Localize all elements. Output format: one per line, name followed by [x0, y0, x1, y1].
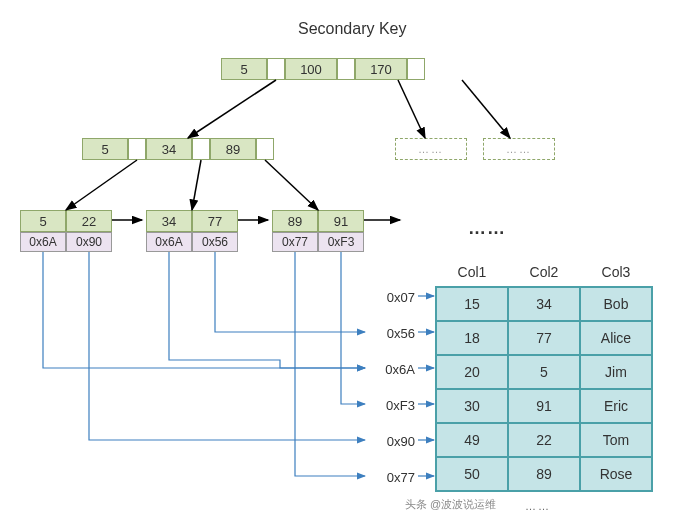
root-key-2: 100: [285, 58, 337, 80]
leaf2-key-2: 77: [192, 210, 238, 232]
placeholder-node-1: ……: [395, 138, 467, 160]
leaf1-key-1: 5: [20, 210, 66, 232]
placeholder-node-2: ……: [483, 138, 555, 160]
root-key-3: 170: [355, 58, 407, 80]
row-ptr-3: 0xF3: [369, 398, 415, 413]
col-header-1: Col1: [436, 258, 508, 287]
svg-line-2: [462, 80, 510, 138]
internal-gap-2: [192, 138, 210, 160]
root-gap-2: [337, 58, 355, 80]
internal-node: 5 34 89: [82, 138, 274, 160]
internal-gap-1: [128, 138, 146, 160]
internal-key-2: 34: [146, 138, 192, 160]
svg-line-1: [398, 80, 425, 138]
leaf1-key-2: 22: [66, 210, 112, 232]
row-ptr-0: 0x07: [369, 290, 415, 305]
leaf2-ptr-2: 0x56: [192, 232, 238, 252]
root-node: 5 100 170: [221, 58, 425, 80]
leaf2-ptr-1: 0x6A: [146, 232, 192, 252]
root-gap-3: [407, 58, 425, 80]
leaf1-ptr-2: 0x90: [66, 232, 112, 252]
table-ellipsis: ……: [525, 500, 551, 512]
svg-line-3: [66, 160, 137, 210]
leaf3-ptr-2: 0xF3: [318, 232, 364, 252]
leaf-node-3: 89 91 0x77 0xF3: [272, 210, 364, 252]
data-table: Col1 Col2 Col3 1534Bob 1877Alice 205Jim …: [435, 258, 653, 492]
row-ptr-5: 0x77: [369, 470, 415, 485]
leaf3-key-1: 89: [272, 210, 318, 232]
internal-key-3: 89: [210, 138, 256, 160]
table-row: 5089Rose: [436, 457, 652, 491]
diagram-title: Secondary Key: [298, 20, 407, 38]
col-header-2: Col2: [508, 258, 580, 287]
leaf-node-1: 5 22 0x6A 0x90: [20, 210, 112, 252]
table-row: 3091Eric: [436, 389, 652, 423]
leaf3-ptr-1: 0x77: [272, 232, 318, 252]
internal-gap-3: [256, 138, 274, 160]
table-row: 1877Alice: [436, 321, 652, 355]
svg-line-0: [188, 80, 276, 138]
root-gap-1: [267, 58, 285, 80]
row-ptr-1: 0x56: [369, 326, 415, 341]
row-ptr-2: 0x6A: [369, 362, 415, 377]
leaf1-ptr-1: 0x6A: [20, 232, 66, 252]
leaf2-key-1: 34: [146, 210, 192, 232]
svg-line-5: [265, 160, 318, 210]
root-key-1: 5: [221, 58, 267, 80]
row-ptr-4: 0x90: [369, 434, 415, 449]
table-row: 205Jim: [436, 355, 652, 389]
internal-key-1: 5: [82, 138, 128, 160]
col-header-3: Col3: [580, 258, 652, 287]
leaf-ellipsis: ……: [468, 218, 506, 239]
table-row: 1534Bob: [436, 287, 652, 321]
svg-line-4: [192, 160, 201, 210]
leaf3-key-2: 91: [318, 210, 364, 232]
image-credit: 头条 @波波说运维: [405, 497, 496, 512]
table-row: 4922Tom: [436, 423, 652, 457]
leaf-node-2: 34 77 0x6A 0x56: [146, 210, 238, 252]
